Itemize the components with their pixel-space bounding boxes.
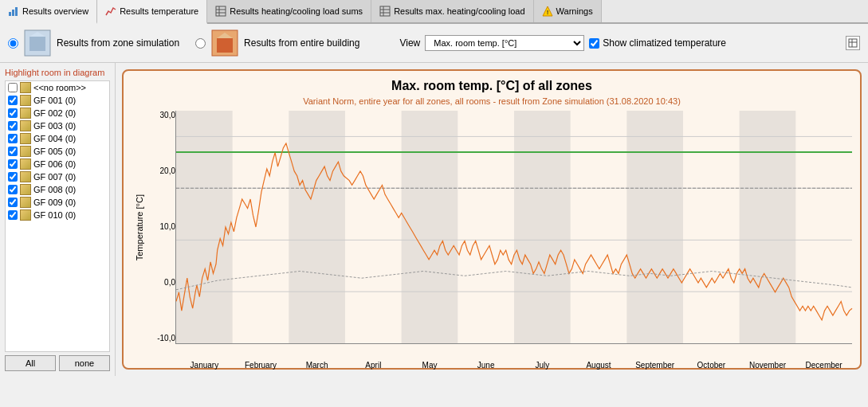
room-label-10: GF 010 (0)	[33, 210, 76, 220]
list-item: GF 003 (0)	[6, 119, 109, 132]
room-icon-9	[20, 197, 31, 208]
svg-rect-19	[849, 39, 857, 47]
list-item: GF 007 (0)	[6, 170, 109, 183]
svg-rect-17	[217, 38, 233, 53]
chart-body: Temperature [°C] 30,0 20,0 10,0 0,0 -10,…	[132, 111, 852, 344]
chart-subtitle: Variant Norm, entire year for all zones,…	[132, 96, 852, 106]
svg-rect-1	[12, 10, 14, 16]
tab-warnings[interactable]: ! Warnings	[534, 0, 602, 22]
y-tick-0: 0,0	[147, 278, 175, 287]
y-tick-10: 10,0	[147, 222, 175, 231]
room-list: <<no room>> GF 001 (0) GF 002 (0) GF 003…	[5, 80, 110, 352]
table2-icon	[379, 6, 391, 17]
tab-heating-cooling[interactable]: Results heating/cooling load sums	[207, 0, 371, 22]
chart-icon	[8, 6, 19, 17]
list-item: GF 002 (0)	[6, 107, 109, 119]
sidebar: Highlight room in diagram <<no room>> GF…	[0, 63, 116, 376]
expand-button[interactable]	[846, 36, 860, 50]
x-label-jun: June	[477, 361, 495, 370]
y-tick-20: 20,0	[147, 166, 175, 175]
room-label-1: GF 001 (0)	[33, 96, 76, 105]
room-icon-10	[20, 209, 31, 221]
svg-text:!: !	[546, 9, 548, 16]
room-checkbox-0[interactable]	[8, 83, 18, 92]
svg-rect-0	[9, 12, 11, 16]
tab-results-overview-label: Results overview	[22, 6, 88, 16]
building-radio-group: Results from entire building	[195, 29, 359, 57]
zone-icon	[23, 29, 52, 57]
tab-max-load-label: Results max. heating/cooling load	[394, 6, 524, 16]
room-label-5: GF 005 (0)	[33, 147, 76, 156]
room-icon-0	[20, 82, 31, 93]
room-label-4: GF 004 (0)	[33, 134, 76, 143]
room-label-3: GF 003 (0)	[33, 121, 76, 131]
building-icon	[210, 29, 239, 57]
line-chart-icon	[105, 6, 116, 17]
view-dropdown[interactable]: Max. room temp. [°C]	[425, 35, 584, 51]
building-radio[interactable]	[195, 38, 206, 49]
x-label-feb: February	[245, 361, 277, 370]
all-button[interactable]: All	[5, 355, 56, 371]
room-icon-4	[20, 133, 31, 144]
tab-results-temperature[interactable]: Results temperature	[97, 0, 207, 24]
y-tick-30: 30,0	[147, 111, 175, 119]
svg-rect-7	[380, 6, 390, 16]
y-axis-label: Temperature [°C]	[132, 194, 147, 260]
tab-results-overview[interactable]: Results overview	[0, 0, 97, 24]
list-item: <<no room>>	[6, 81, 109, 94]
none-button[interactable]: none	[59, 355, 110, 371]
room-checkbox-8[interactable]	[8, 185, 18, 194]
room-checkbox-6[interactable]	[8, 159, 18, 169]
x-label-aug: August	[586, 361, 611, 370]
room-icon-1	[20, 95, 31, 106]
x-label-oct: October	[697, 361, 726, 370]
svg-rect-22	[176, 111, 233, 343]
table-icon	[215, 6, 226, 17]
chart-title: Max. room temp. [°C] of all zones	[132, 79, 852, 93]
room-label-9: GF 009 (0)	[33, 198, 76, 207]
sidebar-buttons: All none	[5, 355, 110, 371]
svg-rect-27	[740, 111, 796, 343]
room-checkbox-2[interactable]	[8, 108, 18, 118]
room-icon-2	[20, 108, 31, 119]
room-label-0: <<no room>>	[33, 83, 86, 92]
x-label-jul: July	[535, 361, 549, 370]
y-tick-labels: 30,0 20,0 10,0 0,0 -10,0	[147, 111, 175, 344]
tab-results-temperature-label: Results temperature	[120, 6, 198, 16]
sidebar-title: Highlight room in diagram	[5, 68, 110, 77]
room-icon-7	[20, 171, 31, 182]
chart-svg-area[interactable]: January February March April May June Ju…	[175, 111, 852, 344]
list-item: GF 001 (0)	[6, 94, 109, 107]
svg-rect-3	[216, 6, 226, 16]
x-label-apr: April	[365, 361, 381, 370]
tab-max-load[interactable]: Results max. heating/cooling load	[371, 0, 533, 22]
warning-icon: !	[542, 6, 553, 17]
zone-radio[interactable]	[8, 38, 18, 49]
x-label-nov: November	[749, 361, 786, 370]
room-checkbox-3[interactable]	[8, 121, 18, 131]
main-content: Highlight room in diagram <<no room>> GF…	[0, 63, 868, 376]
svg-rect-2	[15, 7, 18, 16]
room-checkbox-4[interactable]	[8, 134, 18, 143]
x-label-may: May	[422, 361, 438, 370]
room-checkbox-10[interactable]	[8, 210, 18, 220]
chart-svg	[176, 111, 852, 343]
room-label-8: GF 008 (0)	[33, 185, 76, 194]
room-checkbox-1[interactable]	[8, 96, 18, 105]
room-checkbox-5[interactable]	[8, 147, 18, 156]
tab-warnings-label: Warnings	[556, 6, 593, 16]
x-label-dec: December	[806, 361, 842, 370]
y-tick-minus10: -10,0	[147, 334, 175, 342]
x-label-jan: January	[190, 361, 219, 370]
show-climatized-checkbox[interactable]	[589, 38, 599, 49]
list-item: GF 010 (0)	[6, 209, 109, 221]
svg-rect-23	[289, 111, 345, 343]
building-label: Results from entire building	[244, 37, 359, 49]
room-checkbox-7[interactable]	[8, 172, 18, 182]
room-checkbox-9[interactable]	[8, 198, 18, 207]
show-climatized-text: Show climatized temperature	[603, 37, 726, 49]
tab-bar: Results overview Results temperature Res…	[0, 0, 868, 24]
x-label-sep: September	[635, 361, 674, 370]
show-climatized-label: Show climatized temperature	[589, 37, 726, 49]
room-icon-3	[20, 120, 31, 131]
